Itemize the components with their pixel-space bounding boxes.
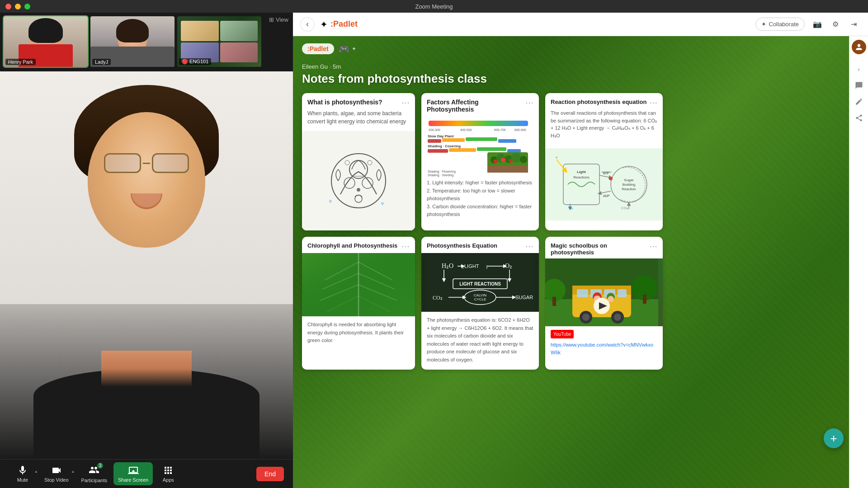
microphone-icon: [17, 465, 28, 476]
svg-text:Reactions: Reactions: [573, 175, 590, 179]
svg-text:Shading · Flowering: Shading · Flowering: [428, 170, 456, 174]
svg-rect-19: [428, 149, 448, 153]
card-equation: Photosynthesis Equation ⋯ H₂O: [421, 237, 539, 370]
card-magic-bus-title: Magic schoolbus on photosynthesis: [551, 242, 649, 256]
svg-text:CO₂: CO₂: [433, 295, 443, 301]
leaf-svg: [302, 253, 415, 316]
card-reaction: Reaction photosynthesis equation ⋯ The o…: [545, 93, 663, 230]
sidebar-chevron-right[interactable]: ›: [852, 62, 866, 76]
padlet-logo-pill: :Padlet: [302, 43, 334, 54]
participants-count-badge: 3: [97, 463, 104, 469]
traffic-light-yellow[interactable]: [15, 4, 21, 9]
card-what-is-header: What is photosynthesis? ⋯: [302, 93, 415, 109]
share-screen-button[interactable]: Share Screen: [113, 462, 153, 485]
traffic-light-red[interactable]: [5, 4, 11, 9]
back-button[interactable]: ‹: [300, 17, 315, 32]
card-equation-menu[interactable]: ⋯: [525, 242, 533, 250]
mute-button[interactable]: Mute: [9, 462, 36, 485]
youtube-badge: YouTube: [551, 330, 574, 338]
user-icon: [854, 42, 863, 52]
apps-button[interactable]: Apps: [155, 462, 182, 485]
participant-label-ladyj: LadyJ: [92, 59, 111, 65]
sidebar-pencil-icon[interactable]: [852, 94, 866, 109]
video-button[interactable]: Stop Video: [40, 462, 73, 485]
svg-text:O₂: O₂: [505, 263, 512, 269]
participants-strip: Henry Park LadyJ: [0, 13, 293, 71]
card-factors-header: Factors Affecting Photosynthesis ⋯: [421, 93, 539, 116]
card-chlorophyll-title: Chlorophyll and Photosynthesis: [307, 242, 397, 249]
card-chlorophyll-body: Chlorophyll is needed for absorbing ligh…: [302, 316, 415, 350]
card-reaction-menu[interactable]: ⋯: [649, 99, 657, 107]
svg-text:ADP: ADP: [603, 194, 610, 197]
board-title-area: Eileen Gu · 5m Notes from photosynthesis…: [302, 58, 840, 93]
participants-button[interactable]: 3 Participants: [76, 462, 111, 486]
camera-icon-btn[interactable]: 📷: [810, 17, 825, 32]
toolbar-left: Mute ▲ Stop Video ▲ 3 Participants: [9, 462, 182, 486]
svg-text:400-500: 400-500: [460, 128, 472, 131]
card-what-is-title: What is photosynthesis?: [307, 99, 382, 106]
svg-point-4: [355, 195, 362, 202]
card-what-is-menu[interactable]: ⋯: [401, 99, 410, 107]
video-url[interactable]: https://www.youtube.com/watch?v=cMNVwkxo…: [551, 341, 657, 356]
svg-rect-20: [449, 148, 476, 152]
svg-text:200-300: 200-300: [429, 128, 440, 131]
svg-point-75: [582, 314, 590, 321]
svg-text:800-900: 800-900: [514, 128, 526, 131]
header-icons: 📷 ⚙ ⇥: [810, 17, 861, 32]
svg-text:600-700: 600-700: [494, 128, 506, 131]
card-reaction-body: The overall reactions of photosynthesis …: [545, 109, 663, 148]
card-chlorophyll-menu[interactable]: ⋯: [401, 242, 410, 250]
video-chevron[interactable]: ▲: [71, 469, 75, 474]
svg-point-81: [608, 296, 614, 302]
filter-icon-btn[interactable]: ⚙: [828, 17, 843, 32]
participant-thumb-henry[interactable]: Henry Park: [3, 15, 89, 68]
participant-thumb-ladyj[interactable]: LadyJ: [90, 15, 175, 68]
chat-bubble-icon: [855, 81, 863, 89]
svg-point-31: [509, 159, 513, 163]
zoom-toolbar: Mute ▲ Stop Video ▲ 3 Participants: [0, 459, 293, 488]
card-magic-bus-menu[interactable]: ⋯: [649, 242, 657, 250]
svg-rect-67: [643, 295, 646, 304]
svg-point-0: [331, 154, 386, 208]
card-factors: Factors Affecting Photosynthesis ⋯: [421, 93, 539, 230]
card-reaction-title: Reaction photosynthesis equation: [551, 99, 646, 105]
card-magic-bus: Magic schoolbus on photosynthesis ⋯: [545, 237, 663, 370]
card-factors-title: Factors Affecting Photosynthesis: [427, 99, 525, 113]
fab-add-button[interactable]: +: [824, 428, 844, 448]
svg-text:Light: Light: [577, 170, 586, 174]
svg-rect-50: [302, 253, 415, 316]
participant-label-eng101: 🔴 ENG101: [179, 58, 211, 65]
expand-icon-btn[interactable]: ⇥: [846, 17, 861, 32]
svg-rect-22: [507, 149, 521, 153]
svg-text:Building: Building: [623, 183, 635, 187]
svg-rect-16: [466, 137, 497, 141]
svg-point-28: [520, 156, 527, 163]
card-reaction-header: Reaction photosynthesis equation ⋯: [545, 93, 663, 109]
padlet-star-icon: ✦: [320, 19, 328, 30]
svg-point-29: [494, 160, 497, 163]
svg-text:H₂O: H₂O: [442, 263, 453, 269]
participant-thumb-eng101[interactable]: 🔴 ENG101: [176, 15, 262, 68]
mute-chevron[interactable]: ▲: [34, 469, 38, 474]
svg-point-7: [357, 188, 360, 192]
svg-rect-8: [429, 121, 528, 126]
card-equation-body: The photosynthesis equation is: 6CO2 + 6…: [421, 312, 539, 370]
board-title: Notes from photosynthesis class: [302, 72, 840, 86]
svg-text:LIGHT: LIGHT: [464, 263, 479, 269]
padlet-right-sidebar: ›: [849, 36, 868, 488]
traffic-light-green[interactable]: [24, 4, 30, 9]
view-button[interactable]: ⊞ View: [269, 16, 288, 23]
sidebar-share-icon[interactable]: [852, 111, 866, 125]
sidebar-chat-icon[interactable]: [852, 78, 866, 93]
svg-point-5: [345, 160, 349, 165]
svg-text:O₂: O₂: [569, 206, 573, 210]
factors-chart-svg: 200-300 400-500 600-700 800-900 Slow Day…: [424, 118, 533, 177]
svg-text:Shading · Seeding: Shading · Seeding: [428, 174, 453, 177]
card-factors-menu[interactable]: ⋯: [525, 99, 533, 107]
user-avatar: [852, 40, 866, 54]
end-button[interactable]: End: [256, 467, 284, 481]
share-icon-sidebar: [855, 114, 863, 122]
toolbar-right: End: [256, 467, 284, 481]
collaborate-button[interactable]: ✦ Collaborate: [755, 18, 805, 31]
svg-text:Slow Day Plant: Slow Day Plant: [428, 134, 454, 138]
